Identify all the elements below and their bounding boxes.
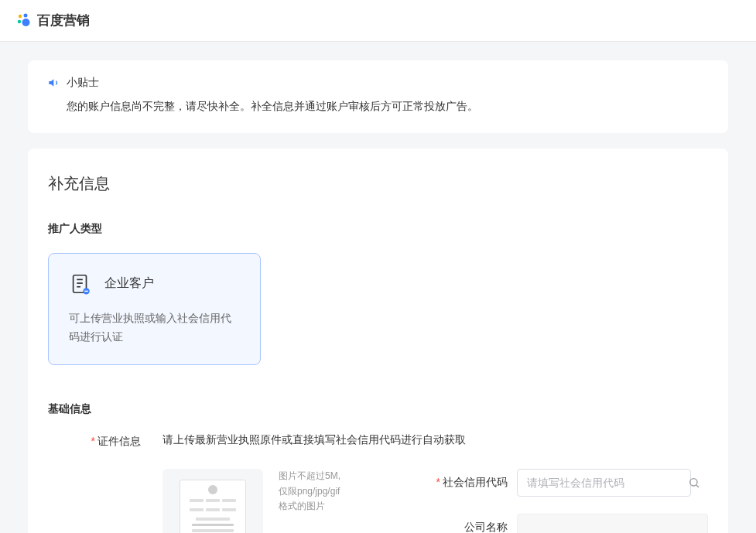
search-icon[interactable] <box>688 477 700 489</box>
tip-body: 您的账户信息尚不完整，请尽快补全。补全信息并通过账户审核后方可正常投放广告。 <box>48 97 708 116</box>
svg-point-3 <box>22 19 30 26</box>
document-building-icon <box>69 272 92 296</box>
cert-instruction: 请上传最新营业执照原件或直接填写社会信用代码进行自动获取 <box>162 433 708 447</box>
page-content: 小贴士 您的账户信息尚不完整，请尽快补全。补全信息并通过账户审核后方可正常投放广… <box>0 42 756 533</box>
type-card-title: 企业客户 <box>104 275 154 292</box>
main-card: 补充信息 推广人类型 企业客户 可上传营业执照或输入社会信用代码进行认证 <box>28 149 728 533</box>
document-preview-icon <box>180 480 246 533</box>
page-title: 补充信息 <box>48 173 708 194</box>
cert-label: *证件信息 <box>48 433 162 533</box>
tip-header: 小贴士 <box>48 76 708 90</box>
section-basic-info-label: 基础信息 <box>48 402 708 416</box>
credit-code-input[interactable] <box>517 469 691 497</box>
company-name-label: 公司名称 <box>430 521 508 533</box>
upload-hint: 图片不超过5M,仅限png/jpg/gif格式的图片 <box>279 469 348 514</box>
company-name-display <box>517 514 708 533</box>
license-upload-box[interactable] <box>162 469 263 533</box>
svg-point-0 <box>19 14 22 17</box>
section-promoter-type-label: 推广人类型 <box>48 222 708 236</box>
right-fields: *社会信用代码 <box>430 469 708 533</box>
cert-upload-row: 图片不超过5M,仅限png/jpg/gif格式的图片 *社会信用代码 <box>162 469 708 533</box>
svg-line-11 <box>696 485 699 487</box>
required-mark: * <box>91 435 95 447</box>
required-mark: * <box>436 476 440 488</box>
logo-icon <box>15 12 32 29</box>
svg-point-2 <box>18 19 21 22</box>
credit-code-label: *社会信用代码 <box>430 476 508 490</box>
svg-point-10 <box>690 479 697 486</box>
brand-text: 百度营销 <box>37 12 90 29</box>
speaker-icon <box>48 77 60 89</box>
tip-card: 小贴士 您的账户信息尚不完整，请尽快补全。补全信息并通过账户审核后方可正常投放广… <box>28 60 728 133</box>
tip-title: 小贴士 <box>67 76 99 90</box>
credit-code-input-wrap <box>517 469 708 497</box>
promoter-type-enterprise-card[interactable]: 企业客户 可上传营业执照或输入社会信用代码进行认证 <box>48 253 261 366</box>
type-card-desc: 可上传营业执照或输入社会信用代码进行认证 <box>69 309 240 347</box>
brand-logo[interactable]: 百度营销 <box>15 12 90 29</box>
svg-point-1 <box>24 13 28 17</box>
type-card-header: 企业客户 <box>69 272 240 296</box>
credit-code-row: *社会信用代码 <box>430 469 708 497</box>
app-header: 百度营销 <box>0 0 756 42</box>
company-name-row: 公司名称 <box>430 514 708 533</box>
cert-info-row: *证件信息 请上传最新营业执照原件或直接填写社会信用代码进行自动获取 <box>48 433 708 533</box>
cert-content: 请上传最新营业执照原件或直接填写社会信用代码进行自动获取 <box>162 433 708 533</box>
